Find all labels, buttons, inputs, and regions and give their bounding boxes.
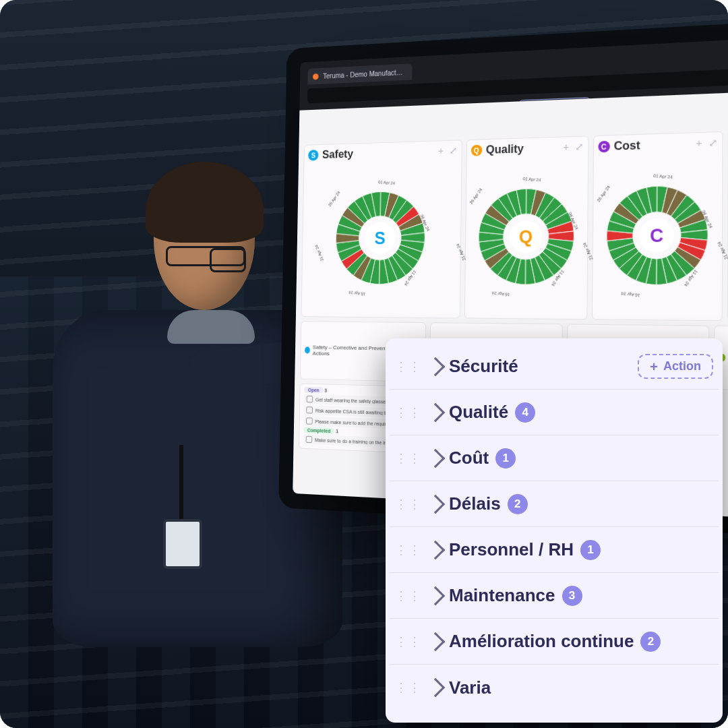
browser-tab[interactable]: Teruma - Demo Manufact… [307, 63, 412, 85]
tab-favicon [313, 73, 319, 80]
drag-handle-icon[interactable]: ⋮⋮ [395, 451, 422, 466]
add-icon[interactable]: + [438, 145, 444, 156]
category-label: Amélioration continue [449, 631, 634, 652]
plus-icon: + [650, 360, 658, 373]
category-row[interactable]: ⋮⋮Qualité4 [390, 390, 719, 435]
drag-handle-icon[interactable]: ⋮⋮ [395, 359, 422, 374]
category-row[interactable]: ⋮⋮Varia [390, 665, 719, 710]
count-badge: 1 [495, 448, 516, 468]
card-letter-icon: Q [471, 145, 482, 156]
chevron-right-icon[interactable] [426, 402, 445, 421]
expand-icon[interactable]: ⤢ [575, 141, 584, 152]
chevron-right-icon[interactable] [426, 678, 445, 697]
checkbox-icon[interactable] [306, 417, 313, 424]
add-icon[interactable]: + [563, 142, 569, 153]
swatch-icon [305, 346, 310, 353]
category-row[interactable]: ⋮⋮Maintenance3 [390, 573, 719, 619]
categories-panel: ⋮⋮Sécurité+Action⋮⋮Qualité4⋮⋮Coût1⋮⋮Déla… [386, 338, 723, 723]
category-label: Sécurité [449, 356, 518, 377]
chevron-right-icon[interactable] [426, 448, 445, 467]
card-controls: +⤢ [563, 141, 583, 153]
card-q[interactable]: QQuality+⤢Q01 Apr 2406 Apr 2411 Apr 2416… [464, 135, 588, 320]
svg-text:C: C [650, 225, 663, 245]
chevron-right-icon[interactable] [426, 494, 445, 513]
status-wheel-s[interactable]: S01 Apr 2406 Apr 2411 Apr 2416 Apr 2421 … [327, 182, 434, 293]
count-badge: 2 [640, 632, 661, 652]
chevron-right-icon[interactable] [426, 586, 445, 605]
drag-handle-icon[interactable]: ⋮⋮ [395, 497, 422, 512]
status-completed[interactable]: Completed [303, 427, 334, 434]
category-row[interactable]: ⋮⋮Personnel / RH1 [390, 527, 719, 573]
card-letter-icon: S [308, 150, 318, 160]
card-controls: +⤢ [696, 137, 717, 149]
card-title: Cost [614, 139, 640, 152]
category-row[interactable]: ⋮⋮Sécurité+Action [390, 344, 719, 390]
category-label: Personnel / RH [449, 539, 574, 560]
date-label: 21 Apr 24 [315, 245, 325, 262]
chevron-right-icon[interactable] [426, 357, 445, 375]
card-controls: +⤢ [438, 145, 458, 156]
drag-handle-icon[interactable]: ⋮⋮ [395, 543, 422, 557]
card-header: QQuality [471, 143, 524, 157]
category-label: Maintenance [449, 585, 555, 606]
status-wheel-q[interactable]: Q01 Apr 2406 Apr 2411 Apr 2416 Apr 2421 … [469, 179, 583, 294]
card-title: Quality [486, 143, 524, 156]
card-title: Safety [322, 148, 353, 161]
checkbox-icon[interactable] [306, 406, 313, 413]
count-badge: 1 [580, 540, 601, 560]
card-header: CCost [598, 139, 640, 153]
action-btn-label: Action [663, 359, 701, 373]
category-label: Délais [449, 493, 501, 514]
actions-title: Safety – Corrective and Prevention Actio… [313, 344, 396, 359]
category-label: Varia [449, 677, 491, 698]
chevron-right-icon[interactable] [426, 540, 445, 559]
card-c[interactable]: CCost+⤢C01 Apr 2406 Apr 2411 Apr 2416 Ap… [591, 131, 723, 321]
category-label: Coût [449, 448, 489, 468]
card-header: SSafety [308, 148, 353, 162]
count-badge: 4 [515, 402, 535, 423]
count-badge: 2 [508, 494, 528, 514]
expand-icon[interactable]: ⤢ [449, 145, 457, 156]
svg-text:S: S [375, 229, 386, 248]
card-letter-icon: C [598, 141, 609, 153]
count-badge: 3 [562, 586, 582, 606]
checkbox-icon[interactable] [307, 396, 313, 402]
category-row[interactable]: ⋮⋮Amélioration continue2 [390, 619, 719, 665]
checkbox-icon[interactable] [306, 436, 313, 444]
chevron-right-icon[interactable] [426, 632, 445, 650]
card-s[interactable]: SSafety+⤢S01 Apr 2406 Apr 2411 Apr 2416 … [301, 140, 462, 318]
drag-handle-icon[interactable]: ⋮⋮ [395, 405, 422, 420]
category-row[interactable]: ⋮⋮Coût1 [390, 435, 719, 481]
expand-icon[interactable]: ⤢ [708, 137, 718, 149]
status-wheel-c[interactable]: C01 Apr 2406 Apr 2411 Apr 2416 Apr 2421 … [597, 176, 717, 295]
category-label: Qualité [449, 402, 508, 423]
drag-handle-icon[interactable]: ⋮⋮ [395, 680, 422, 695]
drag-handle-icon[interactable]: ⋮⋮ [395, 588, 422, 603]
stage: Teruma - Demo Manufact… ⛶ Press Esc to e… [0, 0, 728, 728]
tab-title: Teruma - Demo Manufact… [323, 68, 402, 80]
category-row[interactable]: ⋮⋮Délais2 [390, 481, 719, 527]
svg-text:Q: Q [518, 226, 533, 247]
add-action-button[interactable]: +Action [638, 354, 713, 379]
status-open[interactable]: Open [304, 387, 324, 394]
drag-handle-icon[interactable]: ⋮⋮ [395, 634, 422, 649]
add-icon[interactable]: + [696, 137, 702, 149]
